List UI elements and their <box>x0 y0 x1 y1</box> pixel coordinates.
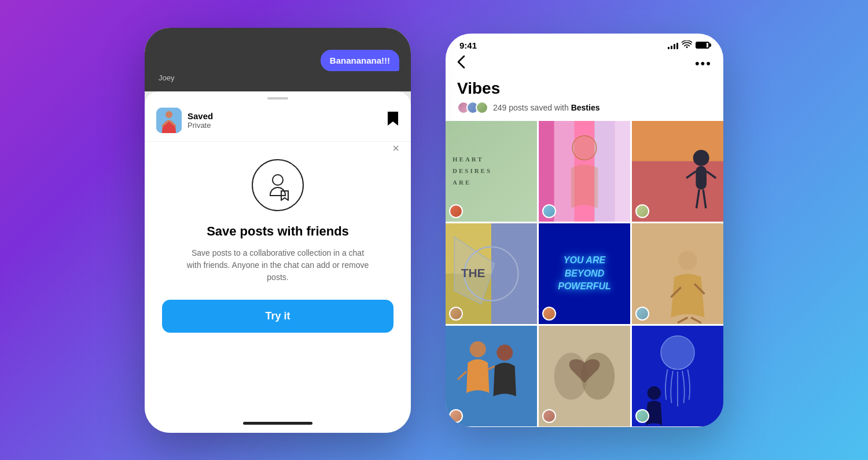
signal-bar-1 <box>668 47 670 49</box>
status-bar: 9:41 <box>446 34 723 53</box>
saved-avatar <box>156 108 182 133</box>
modal-title: Save posts with friends <box>207 224 349 239</box>
grid-cell-8 <box>539 326 630 426</box>
cell-6-avatar <box>635 307 649 321</box>
grid-cell-9 <box>632 326 723 426</box>
left-phone: Banananana!!! Joey Saved Private <box>145 28 411 433</box>
chat-bubble: Banananana!!! <box>321 50 399 71</box>
nav-bar: ••• <box>446 53 723 77</box>
cell-2-avatar <box>542 204 556 218</box>
grid-cell-4: THE <box>446 223 537 324</box>
modal-content: × Save posts with friends Save posts to … <box>145 142 411 416</box>
svg-text:THE: THE <box>461 266 486 279</box>
cell-1-avatar <box>449 204 463 218</box>
collection-title: Vibes <box>457 79 712 98</box>
svg-point-32 <box>470 341 486 358</box>
signal-bars-icon <box>668 41 678 49</box>
saved-text-block: Saved Private <box>187 111 387 130</box>
cell-5-text: YOU AREBEYONDPOWERFUL <box>558 254 611 293</box>
grid-cell-7 <box>446 326 537 426</box>
status-icons <box>668 41 709 50</box>
signal-bar-3 <box>674 44 675 49</box>
bookmark-icon <box>387 111 399 130</box>
svg-rect-12 <box>632 121 723 161</box>
saved-subtitle: Private <box>187 121 387 130</box>
cell-5-avatar <box>542 307 556 321</box>
close-button[interactable]: × <box>392 142 399 155</box>
svg-point-10 <box>572 135 597 160</box>
feature-icon-circle <box>252 159 304 211</box>
svg-rect-15 <box>696 165 707 189</box>
svg-point-40 <box>661 336 694 370</box>
home-indicator <box>243 422 312 425</box>
posts-grid: HEARTDESIRESARE <box>446 121 723 427</box>
avatar-3 <box>476 101 488 114</box>
person-body-icon <box>270 187 286 196</box>
signal-bar-2 <box>671 46 672 49</box>
collection-header: Vibes 249 posts saved with Besties <box>446 77 723 121</box>
battery-icon <box>696 42 709 49</box>
grid-cell-2 <box>539 121 630 222</box>
collection-meta: 249 posts saved with Besties <box>457 101 712 114</box>
grid-cell-3 <box>632 121 723 222</box>
back-button[interactable] <box>457 55 465 72</box>
right-phone: 9:41 <box>446 34 723 427</box>
status-time: 9:41 <box>459 41 477 50</box>
svg-point-1 <box>165 111 172 118</box>
grid-cell-6 <box>632 223 723 324</box>
svg-rect-9 <box>615 121 630 222</box>
chat-sender-name: Joey <box>156 73 399 82</box>
cell-3-avatar <box>635 204 649 218</box>
post-count: 249 posts saved with Besties <box>493 103 599 112</box>
feature-icon-inner <box>270 174 286 196</box>
signal-bar-4 <box>676 43 678 49</box>
person-head-icon <box>272 174 284 186</box>
modal-sheet: Saved Private × <box>145 91 411 433</box>
svg-point-14 <box>693 149 709 165</box>
svg-point-33 <box>496 345 513 361</box>
cell-4-avatar <box>449 307 463 321</box>
svg-point-26 <box>678 251 697 270</box>
wifi-icon <box>682 41 692 50</box>
try-it-button[interactable]: Try it <box>162 300 393 333</box>
battery-fill <box>697 43 707 47</box>
cell-1-text: HEARTDESIRESARE <box>453 154 492 188</box>
saved-header-row: Saved Private <box>145 100 411 142</box>
more-options-button[interactable]: ••• <box>695 56 712 71</box>
svg-point-41 <box>648 387 661 400</box>
modal-description: Save posts to a collaborative collection… <box>185 247 370 284</box>
grid-cell-5: YOU AREBEYONDPOWERFUL <box>539 223 630 324</box>
chat-background: Banananana!!! Joey <box>145 28 411 91</box>
grid-cell-1: HEARTDESIRESARE <box>446 121 537 222</box>
saved-title: Saved <box>187 111 387 121</box>
collaborator-avatars <box>457 101 488 114</box>
